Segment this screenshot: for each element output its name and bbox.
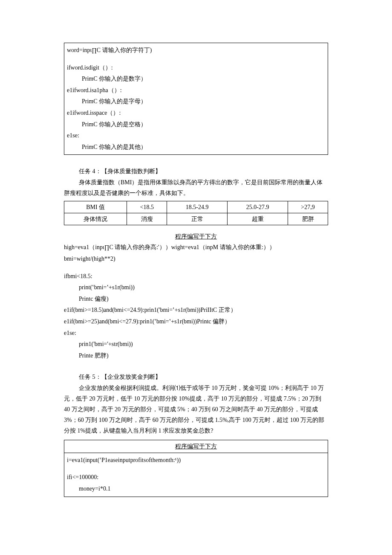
code-line: print(‛bmi=‛+s1r(bmi)) [64,282,328,293]
code-line: word=inpι∏C 请输入你的字符丁) [67,45,325,56]
code-line: e1se: [67,130,325,142]
code-line: e1if(bmi>=25)and(bmi<=27.9):prin1(‛bmi=‛… [64,316,328,328]
task5-title: 任务 5：【企业发放奖金判断】 [64,372,328,382]
code-line: prin1('bmi='+str(bmi)) [64,339,328,350]
task4-desc: 身体质量指数（BMI）是指用体重除以身高的平方得出的数字，它是目前国际常用的衡量… [64,177,328,198]
cell: BMI 值 [64,201,127,213]
table-row: 身体情况 消瘦 正常 超重 肥胖 [64,213,328,225]
cell: 超重 [228,213,288,225]
code-title: 程序编写于下方 [64,440,328,453]
code-line: ifbmi<18.5: [64,271,328,282]
code-line: PrimC 你输入的是空格） [67,119,325,131]
cell: 身体情况 [64,213,127,225]
code-line: i=eva1(input(‛P1easeinputprofitsofthemon… [67,455,325,466]
code-line: PrimC 你输入的是数字） [67,73,325,85]
code-line: e1se: [64,328,328,339]
code-line: ifi<=100000: [67,472,325,483]
task4-title: 任务 4：【身体质量指数判断】 [64,166,328,177]
cell: <18.5 [127,201,167,213]
cell: 肥胖 [288,213,328,225]
cell: 25.0-27.9 [228,201,288,213]
code-box-string-check: word=inpι∏C 请输入你的字符丁) ifword.isdigit（）: … [64,43,328,155]
code-line: e1ifword.isspace（）: [67,108,325,119]
code-line: ifword.isdigit（）: [67,62,325,74]
code-line: high=eva1（inpι∏C 请输入你的身高:'））wight=eva1（i… [64,242,328,253]
cell: >27,9 [288,201,328,213]
cell: 正常 [167,213,228,225]
bmi-table: BMI 值 <18.5 18.5-24.9 25.0-27.9 >27,9 身体… [64,201,328,225]
task5-desc: 企业发放的奖金根据利润提成。利润⑴低于或等于 10 万元时，奖金可提 10%；利… [64,383,328,436]
code-line: e1ifword.isa1pha（）: [67,85,325,96]
code-line: bmi=wight/(high**2) [64,253,328,265]
cell: 18.5-24.9 [167,201,228,213]
code-block-bmi: high=eva1（inpι∏C 请输入你的身高:'））wight=eva1（i… [64,242,328,361]
code-line: PrimC 你输入的是字母） [67,96,325,108]
code-box-bonus: 程序编写于下方 i=eva1(input(‛P1easeinputprofits… [64,440,328,497]
code-line: Printc 偏瘦) [64,293,328,305]
table-row: BMI 值 <18.5 18.5-24.9 25.0-27.9 >27,9 [64,201,328,213]
code-title: 程序编写于下方 [64,231,328,242]
code-line: Printe 肥胖) [64,350,328,362]
code-line: PrimC 你输入的是其他） [67,142,325,153]
cell: 消瘦 [127,213,167,225]
code-line: money=i*0.1 [67,483,325,495]
code-line: e1if(bmi>=18.5)and(bmi<=24.9):prin1('bmi… [64,305,328,316]
page: word=inpι∏C 请输入你的字符丁) ifword.isdigit（）: … [0,0,392,514]
